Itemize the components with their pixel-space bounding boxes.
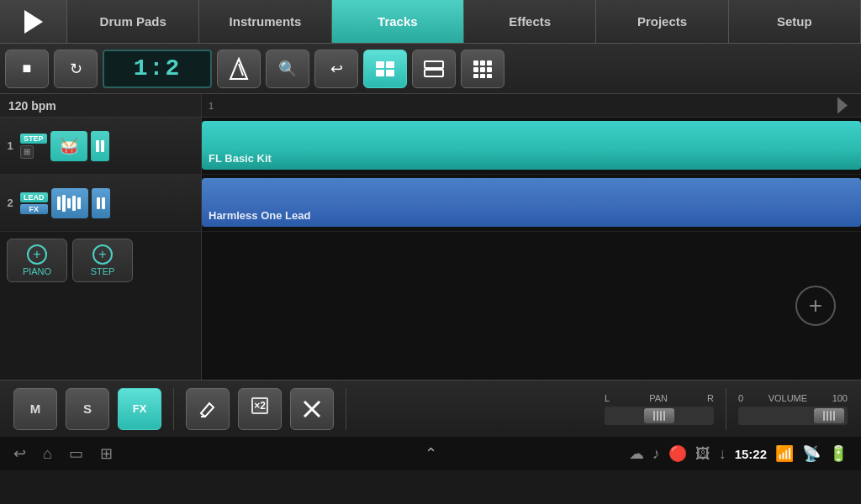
volume-section: 0 VOLUME 100 <box>738 393 848 425</box>
status-left: ↩ ⌂ ▭ ⊞ <box>13 444 113 463</box>
svg-rect-14 <box>473 74 478 78</box>
grid-button[interactable] <box>363 50 407 88</box>
track-pause-2[interactable] <box>92 188 110 218</box>
svg-rect-17 <box>57 197 61 210</box>
status-bar: ↩ ⌂ ▭ ⊞ ⌃ ☁ ♪ 🔴 🖼 ↓ 15:22 📶 📡 🔋 <box>0 437 861 470</box>
svg-rect-16 <box>487 74 492 78</box>
track-item-2: 2 LEAD FX <box>0 175 201 232</box>
track-icon-1: 🥁 <box>50 131 87 161</box>
back-icon[interactable]: ↩ <box>13 444 26 463</box>
timeline-block-1[interactable]: FL Basic Kit <box>202 121 861 170</box>
main-area: 120 bpm 1 STEP ⊞ 🥁 2 LEAD <box>0 94 861 380</box>
mute-button[interactable]: M <box>13 388 57 430</box>
svg-rect-15 <box>480 74 485 78</box>
plus-icon: + <box>92 244 113 265</box>
svg-rect-8 <box>473 60 478 66</box>
track-number-2: 2 <box>3 197 17 209</box>
separator-2 <box>346 388 346 430</box>
toolbar: ■ ↻ 1:2 🔍 ↩ <box>0 44 861 94</box>
svg-rect-7 <box>425 70 443 76</box>
music-icon: ♪ <box>652 445 660 463</box>
svg-rect-4 <box>376 70 384 76</box>
track-type-tag-2: LEAD <box>20 192 48 202</box>
timeline-block-2[interactable]: Harmless One Lead <box>202 178 861 227</box>
image-icon: 🖼 <box>695 445 710 463</box>
battery-indicator: 🔴 <box>668 444 687 463</box>
undo-button[interactable]: ↩ <box>314 50 358 88</box>
track-controls-1: STEP ⊞ <box>20 134 47 159</box>
metronome-button[interactable] <box>217 50 261 88</box>
wifi-icon: 📶 <box>775 444 794 463</box>
svg-rect-2 <box>376 61 384 68</box>
track-icon-2 <box>51 188 88 218</box>
ruler-end-marker <box>837 97 854 114</box>
tab-instruments[interactable]: Instruments <box>199 0 331 43</box>
thumb-lines <box>823 411 835 421</box>
loop-button[interactable]: ↻ <box>54 50 98 88</box>
delete-button[interactable] <box>290 388 334 430</box>
zoom-button[interactable]: 🔍 <box>266 50 309 88</box>
tab-setup[interactable]: Setup <box>729 0 861 43</box>
download-icon: ↓ <box>719 445 726 463</box>
svg-rect-19 <box>67 198 71 208</box>
position-display: 1:2 <box>103 50 212 88</box>
svg-rect-20 <box>72 196 76 211</box>
nav-chevron-icon[interactable]: ⌃ <box>425 444 437 463</box>
svg-rect-21 <box>77 197 81 209</box>
recent-icon[interactable]: ▭ <box>69 444 83 463</box>
edit-button[interactable] <box>186 388 230 430</box>
track-controls-2: LEAD FX <box>20 192 48 214</box>
add-step-button[interactable]: + STEP <box>72 239 133 282</box>
tab-drum-pads[interactable]: Drum Pads <box>67 0 199 43</box>
svg-rect-5 <box>386 70 394 76</box>
plus-icon: + <box>27 244 47 265</box>
list-button[interactable] <box>412 50 456 88</box>
qr-icon[interactable]: ⊞ <box>100 444 113 463</box>
pan-slider[interactable] <box>605 407 714 425</box>
signal-icon: 📡 <box>802 444 821 463</box>
pan-label-row: L PAN R <box>605 393 714 403</box>
separator-3 <box>726 388 726 430</box>
solo-button[interactable]: S <box>66 388 109 430</box>
play-icon <box>24 10 43 34</box>
pan-section: L PAN R <box>605 393 714 425</box>
svg-rect-13 <box>487 67 492 72</box>
home-icon[interactable]: ⌂ <box>43 445 52 463</box>
thumb-lines <box>653 411 665 421</box>
pan-thumb[interactable] <box>644 408 674 423</box>
bpm-display: 120 bpm <box>0 94 201 118</box>
duplicate-button[interactable]: ×2 <box>238 388 282 430</box>
tab-effects[interactable]: Effects <box>464 0 596 43</box>
add-row: + PIANO + STEP <box>0 232 201 289</box>
tab-tracks[interactable]: Tracks <box>332 0 464 43</box>
timeline-track-1[interactable]: FL Basic Kit <box>202 118 861 175</box>
tab-projects[interactable]: Projects <box>596 0 728 43</box>
volume-slider[interactable] <box>738 407 848 425</box>
timeline: 1 FL Basic Kit Harmless One Lead + <box>202 94 861 380</box>
svg-rect-18 <box>62 195 66 212</box>
svg-marker-0 <box>230 59 247 79</box>
timeline-ruler: 1 <box>202 94 861 118</box>
track-number-1: 1 <box>3 139 17 152</box>
battery-icon: 🔋 <box>829 444 848 463</box>
stop-button[interactable]: ■ <box>5 50 49 88</box>
add-track-button[interactable]: + <box>795 286 836 326</box>
track-pause-1[interactable] <box>91 131 109 161</box>
volume-thumb[interactable] <box>814 408 844 423</box>
track-fx-tag-2: FX <box>20 204 48 214</box>
top-nav: Drum Pads Instruments Tracks Effects Pro… <box>0 0 861 44</box>
track-expand-1[interactable]: ⊞ <box>20 145 34 159</box>
separator-1 <box>173 388 174 430</box>
soundcloud-icon: ☁ <box>629 444 644 463</box>
svg-rect-10 <box>487 60 492 66</box>
svg-rect-3 <box>386 61 394 68</box>
play-button[interactable] <box>0 0 67 43</box>
svg-rect-6 <box>425 61 443 68</box>
svg-rect-9 <box>480 60 485 66</box>
add-piano-button[interactable]: + PIANO <box>7 239 67 282</box>
dots-button[interactable] <box>461 50 504 88</box>
fx-button[interactable]: FX <box>118 388 161 430</box>
svg-rect-11 <box>473 67 478 72</box>
timeline-track-2[interactable]: Harmless One Lead <box>202 175 861 232</box>
track-item-1: 1 STEP ⊞ 🥁 <box>0 118 201 175</box>
